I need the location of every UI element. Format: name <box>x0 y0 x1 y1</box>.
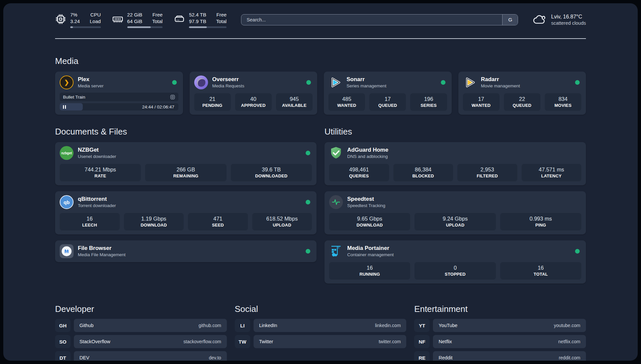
app-card-qbittorrent[interactable]: qb qBittorrent Torrent downloader 16LEEC… <box>55 191 317 234</box>
app-card-portainer[interactable]: Media Portainer Container management 16R… <box>324 240 586 284</box>
memory-usage-bar-fill <box>127 26 151 28</box>
app-title: AdGuard Home <box>347 146 388 154</box>
status-dot <box>575 249 580 254</box>
plex-icon: ❯ <box>60 76 74 89</box>
stat-download: 9.65 GbpsDOWNLOAD <box>329 213 410 230</box>
bookmark-dev[interactable]: DT DEVdev.to <box>55 351 227 361</box>
dashboard: 7% CPU 3.24 Load 22 GiB Free 64 GiB <box>3 3 638 361</box>
stat-approved: 40APPROVED <box>235 93 272 111</box>
app-description: Container management <box>347 252 394 258</box>
bookmark-tag: RE <box>414 351 430 361</box>
stat-blocked: 86,384BLOCKED <box>393 164 453 181</box>
search-input[interactable] <box>241 15 502 25</box>
stat-movies: 834MOVIES <box>545 93 581 111</box>
status-dot <box>306 249 310 254</box>
stat-available: 945AVAILABLE <box>276 93 313 111</box>
status-dot <box>306 80 311 85</box>
app-description: Speedtest Tracking <box>347 203 385 209</box>
bookmark-name: Github <box>79 323 94 328</box>
bookmark-reddit[interactable]: RE Redditreddit.com <box>414 351 586 361</box>
bookmark-url: youtube.com <box>554 323 580 328</box>
app-title: Speedtest <box>347 196 385 203</box>
app-card-overseerr[interactable]: Overseerr Media Requests 21PENDING 40APP… <box>190 72 318 115</box>
bookmark-stackoverflow[interactable]: SO StackOverflowstackoverflow.com <box>55 335 227 348</box>
app-description: Usenet downloader <box>78 154 116 160</box>
stat-download: 1.19 GbpsDOWNLOAD <box>124 213 184 230</box>
bookmark-netflix[interactable]: NF Netflixnetflix.com <box>414 335 586 348</box>
section-title-social: Social <box>235 304 407 314</box>
now-playing-row: Bullet Train <box>60 93 178 101</box>
app-title: Radarr <box>481 76 520 83</box>
stat-ping: 0.993 msPING <box>500 213 581 230</box>
now-playing-title: Bullet Train <box>63 95 170 100</box>
pause-icon[interactable] <box>63 105 66 109</box>
stat-downloaded: 39.6 TBDOWNLOADED <box>231 164 312 181</box>
stat-wanted: 485WANTED <box>328 93 365 111</box>
bookmark-twitter[interactable]: TW Twittertwitter.com <box>235 335 407 348</box>
stat-upload: 618.52 MbpsUPLOAD <box>252 213 312 230</box>
app-title: Sonarr <box>347 76 386 83</box>
bookmark-youtube[interactable]: YT YouTubeyoutube.com <box>414 319 586 332</box>
album-icon[interactable] <box>170 95 175 100</box>
app-title: Media Portainer <box>347 245 394 252</box>
bookmark-name: StackOverflow <box>79 339 110 344</box>
disk-total-label: Total <box>216 18 227 24</box>
app-card-radarr[interactable]: Radarr Movie management 17WANTED 22QUEUE… <box>458 72 586 115</box>
weather-location-temp: Lviv, 16.87°C <box>551 14 586 20</box>
app-title: File Browser <box>78 245 126 252</box>
app-card-adguard[interactable]: AdGuard Home DNS and adblocking 498,461Q… <box>324 142 586 185</box>
status-dot <box>306 200 310 204</box>
app-card-sonarr[interactable]: Sonarr Series management 485WANTED 17QUE… <box>324 72 452 115</box>
bookmark-tag: DT <box>55 351 71 361</box>
search-bar: G <box>241 14 518 25</box>
links-developer: Developer GH Githubgithub.com SO StackOv… <box>55 295 227 361</box>
bookmark-tag: NF <box>414 335 430 348</box>
stat-rate: 744.21 MbpsRATE <box>60 164 141 181</box>
cpu-load-label: Load <box>90 18 101 24</box>
cpu-usage-bar-fill <box>70 26 73 28</box>
memory-usage-bar <box>127 26 163 28</box>
overseerr-icon <box>194 76 208 89</box>
top-bar: 7% CPU 3.24 Load 22 GiB Free 64 GiB <box>55 10 586 30</box>
app-description: Media server <box>78 83 104 89</box>
weather-condition: scattered clouds <box>551 20 586 26</box>
app-card-nzbget[interactable]: nzbget NZBGet Usenet downloader 744.21 M… <box>55 142 317 185</box>
stat-remaining: 266 GBREMAINING <box>145 164 226 181</box>
bookmark-url: reddit.com <box>559 355 580 360</box>
stat-pending: 21PENDING <box>194 93 231 111</box>
app-description: Torrent downloader <box>78 203 116 209</box>
playback-progress-bar: 24:44 / 02:06:47 <box>60 103 178 110</box>
app-card-plex[interactable]: ❯ Plex Media server Bullet Train <box>55 72 183 115</box>
bookmark-name: Netflix <box>439 339 452 344</box>
app-description: Movie management <box>481 83 520 89</box>
cpu-usage-value: 7% <box>70 12 80 18</box>
cpu-stat: 7% CPU 3.24 Load <box>55 12 101 28</box>
bookmark-tag: LI <box>235 319 250 332</box>
memory-stat: 22 GiB Free 64 GiB Total <box>112 12 163 28</box>
stat-queued: 17QUEUED <box>369 93 406 111</box>
disk-free-value: 52.4 TB <box>189 12 206 18</box>
bookmark-name: YouTube <box>439 323 457 328</box>
disk-total-value: 97.9 TB <box>189 18 206 24</box>
app-description: Media File Management <box>78 252 126 258</box>
bookmark-name: Twitter <box>259 339 273 344</box>
stat-queued: 22QUEUED <box>504 93 540 111</box>
app-card-filebrowser[interactable]: File Browser Media File Management <box>55 240 317 262</box>
bookmark-tag: GH <box>55 319 71 332</box>
search-engine-button[interactable]: G <box>502 15 518 25</box>
memory-free-value: 22 GiB <box>127 12 142 18</box>
bookmark-linkedin[interactable]: LI LinkedInlinkedin.com <box>235 319 407 332</box>
bookmark-url: dev.to <box>209 355 221 360</box>
stat-running: 16RUNNING <box>329 262 410 280</box>
stat-filtered: 2,953FILTERED <box>457 164 517 181</box>
bookmark-github[interactable]: GH Githubgithub.com <box>55 319 227 332</box>
bookmark-url: github.com <box>198 323 221 328</box>
media-grid: ❯ Plex Media server Bullet Train <box>55 72 586 115</box>
bookmark-url: stackoverflow.com <box>183 339 221 344</box>
memory-total-label: Total <box>152 18 163 24</box>
links-entertainment: Entertainment YT YouTubeyoutube.com NF N… <box>414 295 586 361</box>
app-card-speedtest[interactable]: Speedtest Speedtest Tracking 9.65 GbpsDO… <box>324 191 586 234</box>
stat-leech: 16LEECH <box>60 213 120 230</box>
stat-seed: 471SEED <box>188 213 248 230</box>
bookmark-name: DEV <box>79 355 89 360</box>
